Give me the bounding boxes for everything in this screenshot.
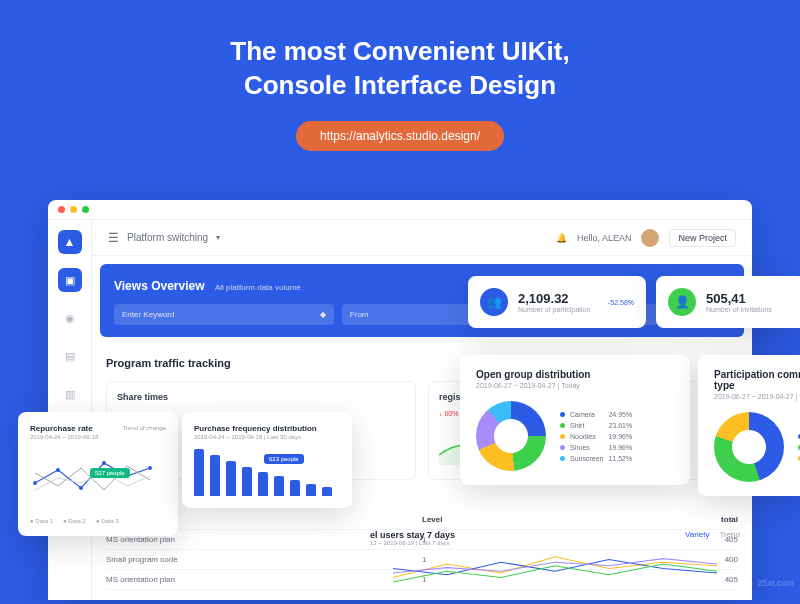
svg-point-3 <box>102 461 106 465</box>
commodity-donut <box>714 412 784 482</box>
purchase-freq-badge: 623 people <box>264 454 304 464</box>
commodity-subtitle: 2019-06-27 ~ 2019-04-27 | Today <box>714 393 800 400</box>
repurchase-chart <box>30 448 170 508</box>
nav-dashboard-icon[interactable]: ▣ <box>58 268 82 292</box>
commodity-type-card: Participation commodity type 2019-06-27 … <box>698 355 800 496</box>
svg-point-2 <box>79 486 83 490</box>
hero-title-line1: The most Convenient UIKit, <box>0 35 800 69</box>
overview-title: Views Overview <box>114 279 205 293</box>
open-group-title: Open group distribution <box>476 369 674 380</box>
tab-trend[interactable]: Trend <box>719 530 740 546</box>
repurchase-legend: ● Data 1 ● Data 2 ● Data 3 <box>30 518 166 524</box>
views-overview-panel: Views Overview All platform data volume … <box>100 264 744 337</box>
open-group-subtitle: 2019-06-27 ~ 2019-04-27 | Today <box>476 382 674 389</box>
participation-value: 2,109.32 <box>518 291 590 306</box>
nav-docs-icon[interactable]: ▤ <box>58 344 82 368</box>
window-titlebar <box>48 200 752 220</box>
maximize-dot[interactable] <box>82 206 89 213</box>
invitations-stat-card: 👤 505,41 Number of invitations <box>656 276 800 328</box>
users-stay-chart <box>370 546 740 591</box>
participation-stat-card: 👥 2,109.32 Number of participation -52.5… <box>468 276 646 328</box>
invitations-label: Number of invitations <box>706 306 772 313</box>
repurchase-title: Repurchase rate <box>30 424 98 433</box>
participation-label: Number of participation <box>518 306 590 313</box>
svg-point-1 <box>56 468 60 472</box>
purchase-freq-title: Purchase frequency distribution <box>194 424 340 433</box>
hero-title-line2: Console Interface Design <box>0 69 800 103</box>
open-group-donut <box>476 401 546 471</box>
nav-analytics-icon[interactable]: ◉ <box>58 306 82 330</box>
topbar: ☰ Platform switching ▾ 🔔 Hello, ALEAN Ne… <box>92 220 752 256</box>
new-project-button[interactable]: New Project <box>669 229 736 247</box>
minimize-dot[interactable] <box>70 206 77 213</box>
url-pill[interactable]: https://analytics.studio.design/ <box>296 121 504 151</box>
invitations-value: 505,41 <box>706 291 772 306</box>
user-icon: 👤 <box>668 288 696 316</box>
bell-icon[interactable]: 🔔 <box>556 233 567 243</box>
table-header: Campaign sourceLeveltotal <box>106 510 738 530</box>
share-times-title: Share times <box>117 392 405 402</box>
greeting-text: Hello, ALEAN <box>577 233 632 243</box>
repurchase-trend: Trend of change <box>123 425 166 431</box>
overview-subtitle: All platform data volume <box>215 283 301 292</box>
tag-icon: ◆ <box>320 310 326 319</box>
purchase-freq-card: Purchase frequency distribution 2019-04-… <box>182 412 352 508</box>
svg-point-0 <box>33 481 37 485</box>
repurchase-badge: 527 people <box>90 468 130 478</box>
keyword-input[interactable]: Enter Keyword◆ <box>114 304 334 325</box>
close-dot[interactable] <box>58 206 65 213</box>
repurchase-subtitle: 2019-04-24 ~ 2019-06-18 <box>30 434 98 440</box>
commodity-title: Participation commodity type <box>714 369 800 391</box>
chevron-down-icon: ▾ <box>216 233 220 242</box>
participation-pct: -52.58% <box>608 299 634 306</box>
platform-switcher[interactable]: Platform switching <box>127 232 208 243</box>
users-stay-title: el users stay 7 days <box>370 530 455 540</box>
user-icon: 👥 <box>480 288 508 316</box>
tab-variety[interactable]: Variety <box>685 530 709 546</box>
open-group-legend: Camera24.95% Shirt23.61% Noodles19.96% S… <box>560 411 632 462</box>
avatar[interactable] <box>641 229 659 247</box>
svg-point-5 <box>148 466 152 470</box>
repurchase-card: Repurchase rate 2019-04-24 ~ 2019-06-18 … <box>18 412 178 536</box>
nav-reports-icon[interactable]: ▥ <box>58 382 82 406</box>
purchase-freq-subtitle: 2019-04-24 ~ 2019-06-18 | Last 30 days <box>194 434 340 440</box>
watermark: 25xt.com <box>757 578 794 588</box>
sidebar: ▲ ▣ ◉ ▤ ▥ <box>48 220 92 600</box>
menu-icon[interactable]: ☰ <box>108 231 119 245</box>
app-logo[interactable]: ▲ <box>58 230 82 254</box>
users-stay-card: el users stay 7 days 13 ~ 2019-06-19 | L… <box>370 530 740 600</box>
reg-down-pct: ↓ 60% <box>439 410 458 417</box>
open-group-card: Open group distribution 2019-06-27 ~ 201… <box>460 355 690 485</box>
